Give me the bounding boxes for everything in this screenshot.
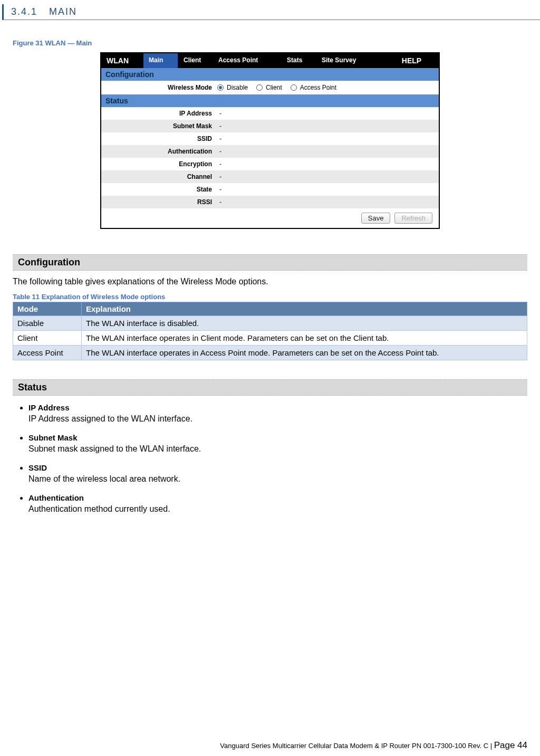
status-heading: Status [13, 379, 527, 396]
table-cell-explanation: The WLAN interface operates in Client mo… [82, 331, 527, 346]
button-row: Save Refresh [101, 208, 439, 228]
table-row: Disable The WLAN interface is disabled. [13, 316, 527, 331]
status-row-channel: Channel - [101, 170, 439, 183]
list-item: SSID Name of the wireless local area net… [28, 463, 527, 484]
radio-access-point-label: Access Point [300, 84, 336, 91]
status-value-state: - [217, 186, 221, 193]
status-label-ip: IP Address [101, 110, 217, 117]
bullet-desc: IP Address assigned to the WLAN interfac… [28, 414, 192, 423]
tab-client[interactable]: Client [178, 53, 213, 68]
status-label-subnet: Subnet Mask [101, 122, 217, 130]
status-row-auth: Authentication - [101, 145, 439, 158]
figure-caption: Figure 31 WLAN — Main [13, 39, 540, 47]
radio-client-label: Client [266, 84, 282, 91]
section-number: 3.4.1 [11, 6, 37, 17]
status-row-subnet: Subnet Mask - [101, 120, 439, 132]
status-value-rssi: - [217, 198, 221, 206]
table-header-mode: Mode [13, 302, 82, 316]
status-row-ssid: SSID - [101, 132, 439, 145]
refresh-button[interactable]: Refresh [394, 213, 432, 224]
table-cell-mode: Client [13, 331, 82, 346]
table-header-explanation: Explanation [82, 302, 527, 316]
table-cell-mode: Access Point [13, 346, 82, 360]
bullet-desc: Subnet mask assigned to the WLAN interfa… [28, 444, 201, 453]
configuration-text: The following table gives explanations o… [13, 277, 527, 286]
status-label-ssid: SSID [101, 135, 217, 142]
wireless-mode-row: Wireless Mode Disable Client Access Poin… [101, 81, 439, 94]
bullet-title: Subnet Mask [28, 433, 527, 442]
table-cell-mode: Disable [13, 316, 82, 331]
table-cell-explanation: The WLAN interface operates in Access Po… [82, 346, 527, 360]
table-cell-explanation: The WLAN interface is disabled. [82, 316, 527, 331]
table-caption: Table 11 Explanation of Wireless Mode op… [13, 293, 527, 301]
status-label-auth: Authentication [101, 148, 217, 155]
radio-client[interactable] [256, 84, 263, 91]
status-value-auth: - [217, 148, 221, 155]
configuration-heading: Configuration [13, 254, 527, 271]
status-bullet-list: IP Address IP Address assigned to the WL… [19, 403, 527, 514]
table-row: Client The WLAN interface operates in Cl… [13, 331, 527, 346]
wireless-mode-radio-group: Disable Client Access Point [217, 84, 342, 91]
footer-page: Page 44 [494, 740, 527, 750]
status-row-encryption: Encryption - [101, 158, 439, 170]
status-value-ssid: - [217, 135, 221, 142]
footer-sep: | [488, 742, 494, 750]
save-button[interactable]: Save [361, 213, 391, 224]
bullet-desc: Authentication method currently used. [28, 504, 170, 513]
radio-access-point[interactable] [291, 84, 297, 91]
status-value-subnet: - [217, 122, 221, 130]
section-header: 3.4.1 MAIN [2, 4, 540, 20]
wlan-panel: WLAN Main Client Access Point Stats Site… [100, 52, 440, 229]
tab-stats[interactable]: Stats [282, 53, 316, 68]
status-label-encryption: Encryption [101, 160, 217, 168]
status-label-state: State [101, 186, 217, 193]
list-item: IP Address IP Address assigned to the WL… [28, 403, 527, 424]
configuration-bar: Configuration [101, 68, 439, 81]
bullet-title: Authentication [28, 493, 527, 502]
tab-site-survey[interactable]: Site Survey [316, 53, 385, 68]
tab-access-point[interactable]: Access Point [213, 53, 282, 68]
bullet-title: IP Address [28, 403, 527, 412]
status-bar: Status [101, 94, 439, 107]
footer-text: Vanguard Series Multicarrier Cellular Da… [220, 742, 488, 750]
status-label-rssi: RSSI [101, 198, 217, 206]
status-value-encryption: - [217, 160, 221, 168]
bullet-title: SSID [28, 463, 527, 472]
status-value-ip: - [217, 110, 221, 117]
section-title: MAIN [49, 6, 77, 17]
status-label-channel: Channel [101, 173, 217, 180]
wlan-panel-title: WLAN [101, 53, 143, 68]
status-row-rssi: RSSI - [101, 196, 439, 208]
radio-disable[interactable] [217, 84, 224, 91]
tab-main[interactable]: Main [143, 53, 178, 68]
wlan-tabs: WLAN Main Client Access Point Stats Site… [101, 53, 439, 68]
bullet-desc: Name of the wireless local area network. [28, 474, 180, 483]
status-row-ip: IP Address - [101, 107, 439, 120]
table-row: Access Point The WLAN interface operates… [13, 346, 527, 360]
list-item: Subnet Mask Subnet mask assigned to the … [28, 433, 527, 454]
status-value-channel: - [217, 173, 221, 180]
wireless-mode-table: Mode Explanation Disable The WLAN interf… [13, 302, 527, 360]
radio-disable-label: Disable [227, 84, 248, 91]
wireless-mode-label: Wireless Mode [101, 84, 217, 91]
list-item: Authentication Authentication method cur… [28, 493, 527, 514]
page-footer: Vanguard Series Multicarrier Cellular Da… [220, 740, 527, 751]
tab-help[interactable]: HELP [385, 53, 439, 68]
status-row-state: State - [101, 183, 439, 196]
